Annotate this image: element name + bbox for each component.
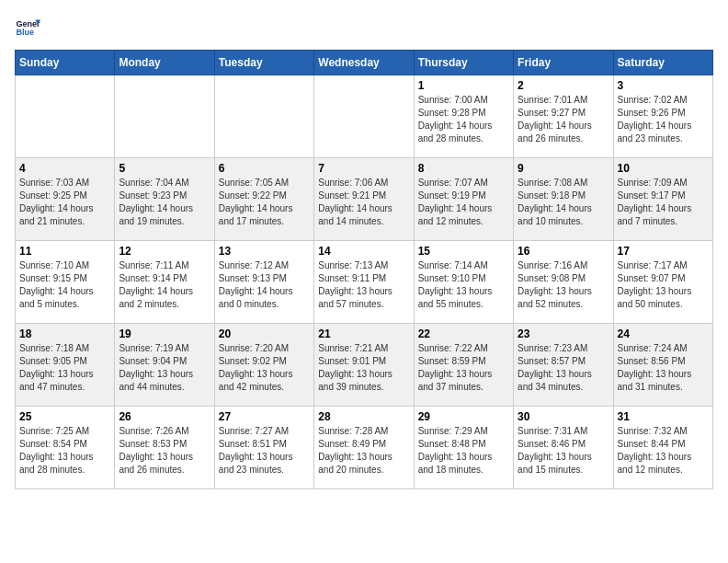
- day-info: Sunrise: 7:04 AM Sunset: 9:23 PM Dayligh…: [119, 177, 210, 228]
- day-number: 16: [518, 245, 609, 258]
- calendar-cell: 31Sunrise: 7:32 AM Sunset: 8:44 PM Dayli…: [613, 407, 712, 489]
- calendar-cell: 26Sunrise: 7:26 AM Sunset: 8:53 PM Dayli…: [115, 407, 214, 489]
- day-number: 1: [418, 79, 509, 92]
- day-info: Sunrise: 7:14 AM Sunset: 9:10 PM Dayligh…: [418, 259, 509, 311]
- calendar-cell: 12Sunrise: 7:11 AM Sunset: 9:14 PM Dayli…: [115, 241, 214, 324]
- day-number: 24: [618, 327, 709, 340]
- calendar-cell: 27Sunrise: 7:27 AM Sunset: 8:51 PM Dayli…: [214, 407, 313, 489]
- day-info: Sunrise: 7:25 AM Sunset: 8:54 PM Dayligh…: [19, 425, 110, 477]
- weekday-header: Thursday: [414, 51, 513, 75]
- day-info: Sunrise: 7:22 AM Sunset: 8:59 PM Dayligh…: [418, 342, 509, 394]
- logo-icon: General Blue: [15, 15, 40, 40]
- calendar-cell: 20Sunrise: 7:20 AM Sunset: 9:02 PM Dayli…: [214, 324, 313, 407]
- day-number: 11: [19, 245, 110, 258]
- day-info: Sunrise: 7:05 AM Sunset: 9:22 PM Dayligh…: [219, 177, 310, 228]
- calendar-cell: [115, 75, 214, 158]
- day-number: 3: [618, 79, 709, 92]
- calendar-cell: [214, 75, 313, 158]
- day-info: Sunrise: 7:19 AM Sunset: 9:04 PM Dayligh…: [119, 342, 210, 394]
- day-number: 25: [19, 410, 110, 423]
- day-info: Sunrise: 7:06 AM Sunset: 9:21 PM Dayligh…: [318, 177, 409, 228]
- day-info: Sunrise: 7:24 AM Sunset: 8:56 PM Dayligh…: [618, 342, 709, 394]
- day-number: 4: [19, 162, 110, 175]
- day-info: Sunrise: 7:08 AM Sunset: 9:18 PM Dayligh…: [518, 177, 609, 228]
- weekday-header: Saturday: [613, 51, 712, 75]
- calendar-cell: 24Sunrise: 7:24 AM Sunset: 8:56 PM Dayli…: [613, 324, 712, 407]
- calendar-cell: [314, 75, 414, 158]
- calendar-cell: 16Sunrise: 7:16 AM Sunset: 9:08 PM Dayli…: [514, 241, 613, 324]
- day-number: 15: [418, 245, 509, 258]
- calendar-cell: 7Sunrise: 7:06 AM Sunset: 9:21 PM Daylig…: [314, 158, 414, 241]
- calendar-header: SundayMondayTuesdayWednesdayThursdayFrid…: [16, 51, 713, 75]
- calendar-table: SundayMondayTuesdayWednesdayThursdayFrid…: [15, 50, 713, 489]
- weekday-header: Monday: [115, 51, 214, 75]
- calendar-cell: [16, 75, 115, 158]
- weekday-header: Tuesday: [214, 51, 313, 75]
- day-number: 2: [518, 79, 609, 92]
- calendar-body: 1Sunrise: 7:00 AM Sunset: 9:28 PM Daylig…: [16, 75, 713, 489]
- calendar-cell: 25Sunrise: 7:25 AM Sunset: 8:54 PM Dayli…: [16, 407, 115, 489]
- calendar-cell: 2Sunrise: 7:01 AM Sunset: 9:27 PM Daylig…: [514, 75, 613, 158]
- day-number: 5: [119, 162, 210, 175]
- day-number: 31: [618, 410, 709, 423]
- day-number: 21: [318, 327, 409, 340]
- day-info: Sunrise: 7:03 AM Sunset: 9:25 PM Dayligh…: [19, 177, 110, 228]
- day-number: 22: [418, 327, 509, 340]
- day-info: Sunrise: 7:28 AM Sunset: 8:49 PM Dayligh…: [318, 425, 409, 477]
- weekday-header: Sunday: [16, 51, 115, 75]
- day-info: Sunrise: 7:32 AM Sunset: 8:44 PM Dayligh…: [618, 425, 709, 477]
- calendar-cell: 13Sunrise: 7:12 AM Sunset: 9:13 PM Dayli…: [214, 241, 313, 324]
- calendar-cell: 17Sunrise: 7:17 AM Sunset: 9:07 PM Dayli…: [613, 241, 712, 324]
- calendar-cell: 28Sunrise: 7:28 AM Sunset: 8:49 PM Dayli…: [314, 407, 414, 489]
- day-info: Sunrise: 7:21 AM Sunset: 9:01 PM Dayligh…: [318, 342, 409, 394]
- day-info: Sunrise: 7:17 AM Sunset: 9:07 PM Dayligh…: [618, 259, 709, 311]
- calendar-cell: 5Sunrise: 7:04 AM Sunset: 9:23 PM Daylig…: [115, 158, 214, 241]
- svg-text:Blue: Blue: [16, 28, 34, 37]
- day-info: Sunrise: 7:12 AM Sunset: 9:13 PM Dayligh…: [219, 259, 310, 311]
- day-info: Sunrise: 7:11 AM Sunset: 9:14 PM Dayligh…: [119, 259, 210, 311]
- day-number: 18: [19, 327, 110, 340]
- calendar-cell: 29Sunrise: 7:29 AM Sunset: 8:48 PM Dayli…: [414, 407, 513, 489]
- calendar-cell: 21Sunrise: 7:21 AM Sunset: 9:01 PM Dayli…: [314, 324, 414, 407]
- calendar-cell: 3Sunrise: 7:02 AM Sunset: 9:26 PM Daylig…: [613, 75, 712, 158]
- calendar-cell: 19Sunrise: 7:19 AM Sunset: 9:04 PM Dayli…: [115, 324, 214, 407]
- calendar-cell: 15Sunrise: 7:14 AM Sunset: 9:10 PM Dayli…: [414, 241, 513, 324]
- day-info: Sunrise: 7:01 AM Sunset: 9:27 PM Dayligh…: [518, 94, 609, 145]
- calendar-cell: 22Sunrise: 7:22 AM Sunset: 8:59 PM Dayli…: [414, 324, 513, 407]
- day-info: Sunrise: 7:00 AM Sunset: 9:28 PM Dayligh…: [418, 94, 509, 145]
- day-info: Sunrise: 7:18 AM Sunset: 9:05 PM Dayligh…: [19, 342, 110, 394]
- calendar-cell: 23Sunrise: 7:23 AM Sunset: 8:57 PM Dayli…: [514, 324, 613, 407]
- day-info: Sunrise: 7:29 AM Sunset: 8:48 PM Dayligh…: [418, 425, 509, 477]
- calendar-cell: 1Sunrise: 7:00 AM Sunset: 9:28 PM Daylig…: [414, 75, 513, 158]
- day-info: Sunrise: 7:20 AM Sunset: 9:02 PM Dayligh…: [219, 342, 310, 394]
- calendar-cell: 30Sunrise: 7:31 AM Sunset: 8:46 PM Dayli…: [514, 407, 613, 489]
- calendar-cell: 8Sunrise: 7:07 AM Sunset: 9:19 PM Daylig…: [414, 158, 513, 241]
- day-info: Sunrise: 7:16 AM Sunset: 9:08 PM Dayligh…: [518, 259, 609, 311]
- calendar-cell: 6Sunrise: 7:05 AM Sunset: 9:22 PM Daylig…: [214, 158, 313, 241]
- day-number: 9: [518, 162, 609, 175]
- day-number: 10: [618, 162, 709, 175]
- calendar-cell: 9Sunrise: 7:08 AM Sunset: 9:18 PM Daylig…: [514, 158, 613, 241]
- day-info: Sunrise: 7:02 AM Sunset: 9:26 PM Dayligh…: [618, 94, 709, 145]
- day-number: 8: [418, 162, 509, 175]
- day-number: 29: [418, 410, 509, 423]
- calendar-cell: 11Sunrise: 7:10 AM Sunset: 9:15 PM Dayli…: [16, 241, 115, 324]
- day-number: 27: [219, 410, 310, 423]
- weekday-header: Friday: [514, 51, 613, 75]
- day-info: Sunrise: 7:26 AM Sunset: 8:53 PM Dayligh…: [119, 425, 210, 477]
- day-info: Sunrise: 7:07 AM Sunset: 9:19 PM Dayligh…: [418, 177, 509, 228]
- logo: General Blue: [15, 15, 42, 40]
- calendar-cell: 18Sunrise: 7:18 AM Sunset: 9:05 PM Dayli…: [16, 324, 115, 407]
- day-number: 23: [518, 327, 609, 340]
- day-info: Sunrise: 7:13 AM Sunset: 9:11 PM Dayligh…: [318, 259, 409, 311]
- day-number: 13: [219, 245, 310, 258]
- day-number: 19: [119, 327, 210, 340]
- day-info: Sunrise: 7:23 AM Sunset: 8:57 PM Dayligh…: [518, 342, 609, 394]
- day-number: 7: [318, 162, 409, 175]
- day-number: 6: [219, 162, 310, 175]
- day-number: 12: [119, 245, 210, 258]
- page-header: General Blue: [15, 15, 713, 40]
- day-number: 14: [318, 245, 409, 258]
- weekday-header: Wednesday: [314, 51, 414, 75]
- calendar-cell: 4Sunrise: 7:03 AM Sunset: 9:25 PM Daylig…: [16, 158, 115, 241]
